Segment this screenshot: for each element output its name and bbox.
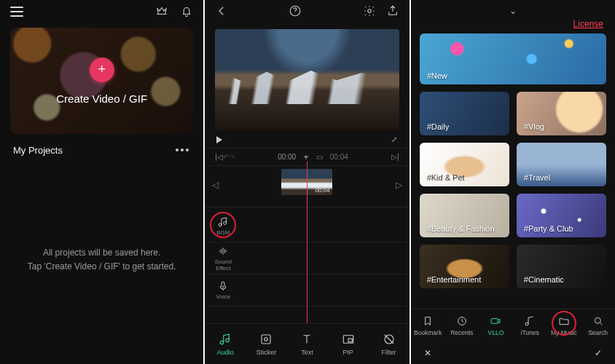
tab-sticker[interactable]: Sticker — [246, 324, 286, 364]
svg-point-10 — [595, 317, 600, 323]
music-bottom-bar: ✕ ✓ — [411, 342, 615, 364]
video-preview[interactable] — [215, 29, 399, 131]
back-icon[interactable] — [215, 4, 228, 20]
clip-strip: ◁ 00:04 ▷ — [205, 166, 409, 207]
pip-icon — [342, 333, 355, 346]
category-new[interactable]: #New — [420, 33, 606, 84]
music-source-tabs: Bookmark Recents VLLO iTunes My Music Se… — [411, 309, 615, 342]
tab-recents[interactable]: Recents — [444, 309, 479, 342]
playhead[interactable] — [307, 162, 308, 325]
svg-rect-6 — [348, 339, 352, 342]
tab-bookmark-label: Bookmark — [414, 329, 442, 336]
track-se-label: Sound Effect — [215, 258, 232, 272]
next-frame-icon[interactable]: ▷| — [391, 153, 399, 161]
home-topbar — [0, 0, 203, 23]
my-projects-title: My Projects — [13, 145, 63, 156]
editor-bottom-tabs: Audio Sticker Text PIP Filter — [205, 323, 409, 364]
text-icon — [300, 333, 313, 346]
export-icon[interactable] — [386, 4, 399, 20]
empty-state-message: All projects will be saved here. Tap 'Cr… — [0, 246, 203, 274]
audio-icon — [219, 333, 232, 346]
tab-bookmark[interactable]: Bookmark — [411, 309, 445, 342]
tab-my-music[interactable]: My Music — [547, 309, 581, 342]
mic-icon — [217, 280, 229, 292]
category-new-label: #New — [427, 71, 447, 80]
timecode-total: 00:04 — [330, 153, 348, 161]
create-video-card[interactable]: + Create Video / GIF — [10, 28, 193, 134]
category-party-club[interactable]: #Party & Club — [517, 194, 606, 237]
tab-itunes[interactable]: iTunes — [513, 309, 547, 342]
category-entertainment[interactable]: #Entertainment — [420, 245, 509, 288]
bookmark-icon — [422, 315, 434, 327]
tab-vllo-label: VLLO — [488, 329, 504, 336]
empty-line-2: Tap 'Create Video / GIF' to get started. — [13, 260, 190, 274]
menu-button[interactable] — [10, 7, 23, 17]
category-party-label: #Party & Club — [524, 224, 573, 233]
svg-rect-2 — [222, 282, 224, 287]
sticker-icon — [259, 333, 273, 346]
play-controls: ⤢ — [205, 131, 409, 148]
my-projects-header: My Projects ••• — [0, 134, 203, 162]
fullscreen-icon[interactable]: ⤢ — [391, 135, 398, 143]
category-travel[interactable]: #Travel — [517, 143, 606, 186]
category-cinematic[interactable]: #Cinematic — [517, 245, 606, 288]
license-link[interactable]: License — [573, 19, 603, 29]
prev-frame-icon[interactable]: |◁ — [215, 153, 223, 161]
sound-wave-icon — [217, 245, 229, 257]
crown-icon[interactable] — [155, 4, 168, 20]
svg-point-4 — [265, 337, 268, 341]
filter-icon — [383, 333, 396, 346]
svg-point-1 — [367, 9, 371, 12]
tab-itunes-label: iTunes — [521, 329, 539, 336]
track-voice-label: Voice — [216, 293, 231, 300]
timecode-current: 00:00 — [278, 153, 296, 161]
strip-right-icon[interactable]: ▷ — [396, 180, 402, 190]
aspect-icon[interactable]: ▭ — [316, 153, 323, 161]
tab-text-label: Text — [301, 349, 313, 356]
cancel-icon[interactable]: ✕ — [424, 348, 431, 358]
category-beauty-label: #Beauty & Fashion — [427, 224, 495, 233]
category-daily-label: #Daily — [427, 122, 450, 131]
tab-search-label: Search — [588, 329, 608, 336]
svg-rect-3 — [262, 335, 270, 344]
tab-search[interactable]: Search — [581, 309, 615, 342]
tab-pip-label: PIP — [342, 349, 353, 356]
clip-duration: 00:04 — [315, 187, 329, 194]
tab-audio[interactable]: Audio — [205, 324, 246, 364]
create-video-label: Create Video / GIF — [56, 92, 147, 105]
tab-filter-label: Filter — [382, 349, 396, 356]
music-library-screen: ⌄ License #New #Daily #Vlog #Kid & Pet #… — [411, 0, 615, 364]
collapse-icon[interactable]: ⌄ — [421, 6, 605, 16]
add-clip-icon[interactable]: + — [303, 151, 309, 162]
category-beauty-fashion[interactable]: #Beauty & Fashion — [420, 194, 509, 237]
my-music-highlight-ring — [552, 311, 576, 336]
empty-line-1: All projects will be saved here. — [13, 246, 190, 260]
bell-icon[interactable] — [180, 4, 193, 20]
tab-recents-label: Recents — [450, 329, 473, 336]
tab-sticker-label: Sticker — [256, 349, 277, 356]
plus-icon: + — [90, 58, 114, 82]
vllo-icon — [490, 315, 501, 327]
music-category-grid: #New #Daily #Vlog #Kid & Pet #Travel #Be… — [420, 33, 606, 298]
bgm-highlight-ring — [210, 212, 236, 238]
category-cinematic-label: #Cinematic — [524, 275, 564, 284]
home-screen: + Create Video / GIF My Projects ••• All… — [0, 0, 203, 364]
help-icon[interactable] — [289, 9, 302, 20]
settings-icon[interactable] — [363, 4, 376, 20]
category-daily[interactable]: #Daily — [420, 92, 509, 135]
strip-left-icon[interactable]: ◁ — [212, 180, 219, 190]
clip-area[interactable]: 00:04 — [223, 169, 391, 201]
editor-topbar — [205, 0, 409, 23]
confirm-icon[interactable]: ✓ — [595, 348, 602, 358]
more-icon[interactable]: ••• — [176, 144, 191, 156]
tab-pip[interactable]: PIP — [328, 324, 369, 364]
category-kid-pet[interactable]: #Kid & Pet — [420, 143, 509, 186]
category-vlog[interactable]: #Vlog — [517, 92, 606, 135]
play-icon[interactable] — [216, 136, 222, 143]
redo-icon[interactable]: ↷ — [229, 153, 235, 161]
category-entertainment-label: #Entertainment — [427, 275, 482, 284]
tab-filter[interactable]: Filter — [369, 324, 410, 364]
undo-icon[interactable]: ↶ — [223, 153, 229, 161]
tab-text[interactable]: Text — [286, 324, 327, 364]
tab-vllo[interactable]: VLLO — [479, 309, 513, 342]
